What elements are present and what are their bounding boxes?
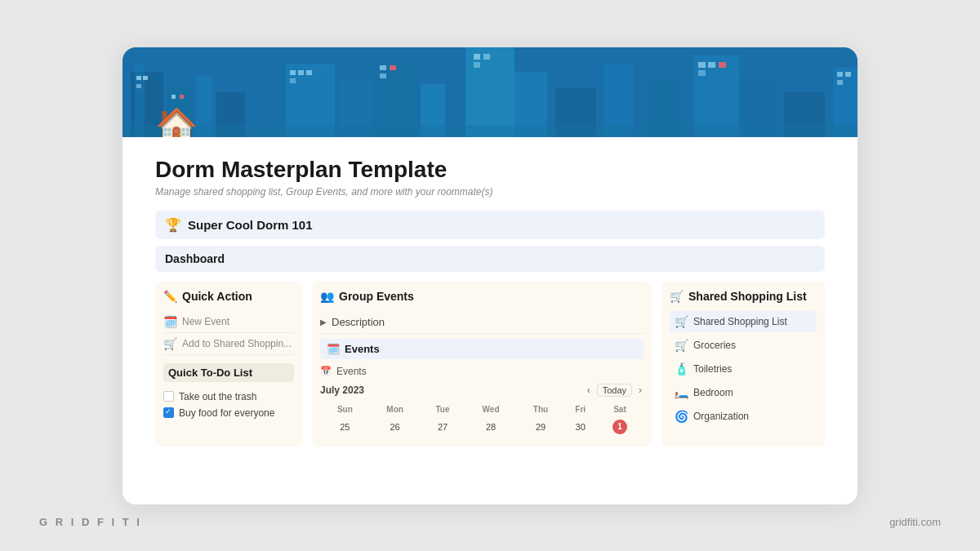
main-card: 🏠 Dorm Masterplan Template Manage shared… bbox=[122, 47, 858, 504]
page-subtitle: Manage shared shopping list, Group Event… bbox=[155, 186, 825, 198]
ss-item-1[interactable]: 🛒 Groceries bbox=[670, 335, 817, 356]
cal-cell-1[interactable]: 1 bbox=[598, 417, 642, 437]
page-title: Dorm Masterplan Template bbox=[155, 157, 825, 183]
quick-action-title: ✏️ Quick Action bbox=[163, 290, 294, 303]
ss-label-3: Bedroom bbox=[693, 387, 733, 398]
dorm-emoji: 🏆 bbox=[165, 217, 181, 233]
calendar-days-header: Sun Mon Tue Wed Thu Fri Sat bbox=[322, 403, 642, 415]
ss-icon-3: 🛏️ bbox=[675, 386, 688, 399]
add-shopping-action[interactable]: 🛒 Add to Shared Shoppin... bbox=[163, 333, 294, 355]
svg-rect-40 bbox=[837, 80, 843, 85]
svg-rect-35 bbox=[708, 62, 715, 68]
svg-rect-28 bbox=[380, 65, 386, 70]
quick-action-emoji: ✏️ bbox=[163, 290, 177, 303]
ge-events-label[interactable]: 🗓️ Events bbox=[320, 339, 644, 359]
todo-item-0[interactable]: Take out the trash bbox=[163, 389, 294, 405]
calendar-month: July 2023 bbox=[320, 384, 364, 396]
cal-day-thu: Thu bbox=[518, 403, 563, 415]
cal-cell-26[interactable]: 26 bbox=[370, 417, 421, 437]
calendar-prev-button[interactable]: ‹ bbox=[586, 384, 592, 396]
add-shopping-icon: 🛒 bbox=[163, 337, 177, 350]
cal-cell-29[interactable]: 29 bbox=[518, 417, 563, 437]
todo-checkbox-1[interactable] bbox=[163, 407, 174, 418]
svg-rect-22 bbox=[172, 95, 176, 99]
ss-label-2: Toiletries bbox=[693, 363, 732, 375]
cal-day-tue: Tue bbox=[421, 403, 463, 415]
calendar-view-row: 📅 Events bbox=[320, 366, 644, 377]
description-arrow-icon: ▶ bbox=[320, 318, 327, 327]
quick-todo-title: Quick To-Do List bbox=[163, 363, 294, 382]
svg-rect-33 bbox=[474, 62, 480, 68]
svg-rect-23 bbox=[180, 95, 184, 99]
svg-rect-10 bbox=[466, 47, 514, 137]
new-event-action[interactable]: 🗓️ New Event bbox=[163, 311, 294, 333]
ss-icon-2: 🧴 bbox=[675, 362, 688, 375]
calendar-view-icon: 📅 bbox=[320, 366, 332, 376]
svg-rect-24 bbox=[290, 70, 296, 75]
dorm-name: Super Cool Dorm 101 bbox=[188, 218, 313, 232]
three-col-layout: ✏️ Quick Action 🗓️ New Event 🛒 Add to Sh… bbox=[155, 282, 825, 447]
calendar-nav: ‹ Today › bbox=[586, 384, 644, 397]
group-events-emoji: 👥 bbox=[320, 290, 334, 303]
todo-checkbox-0[interactable] bbox=[163, 391, 174, 402]
dorm-section-bar: 🏆 Super Cool Dorm 101 bbox=[155, 211, 825, 239]
svg-rect-32 bbox=[483, 54, 490, 60]
branding-right: gridfiti.com bbox=[889, 516, 941, 528]
ss-icon-0: 🛒 bbox=[675, 315, 688, 328]
svg-rect-27 bbox=[290, 78, 296, 83]
hero-house-emoji: 🏠 bbox=[155, 109, 198, 137]
shared-shopping-emoji: 🛒 bbox=[670, 290, 684, 303]
group-events-title: 👥 Group Events bbox=[320, 290, 644, 303]
page-content: Dorm Masterplan Template Manage shared s… bbox=[122, 137, 858, 466]
svg-rect-26 bbox=[306, 70, 312, 75]
cal-cell-30[interactable]: 30 bbox=[565, 417, 596, 437]
svg-rect-19 bbox=[136, 76, 141, 80]
calendar-today-button[interactable]: Today bbox=[597, 384, 632, 397]
ss-item-3[interactable]: 🛏️ Bedroom bbox=[670, 382, 817, 403]
cal-cell-27[interactable]: 27 bbox=[421, 417, 463, 437]
svg-rect-31 bbox=[474, 54, 480, 60]
svg-rect-38 bbox=[837, 72, 843, 77]
outer-container: G R I D F I T I gridfiti.com bbox=[0, 0, 980, 551]
calendar-next-button[interactable]: › bbox=[637, 384, 644, 396]
svg-rect-37 bbox=[698, 70, 706, 76]
dashboard-bar: Dashboard bbox=[155, 246, 825, 272]
todo-label-0: Take out the trash bbox=[179, 391, 256, 402]
svg-rect-36 bbox=[719, 62, 726, 68]
dashboard-label: Dashboard bbox=[165, 252, 225, 265]
svg-rect-25 bbox=[298, 70, 304, 75]
cal-day-fri: Fri bbox=[565, 403, 596, 415]
cal-cell-25[interactable]: 25 bbox=[322, 417, 368, 437]
shared-shopping-column: 🛒 Shared Shopping List 🛒 Shared Shopping… bbox=[662, 282, 825, 447]
ss-item-0[interactable]: 🛒 Shared Shopping List bbox=[670, 311, 817, 332]
todo-item-1[interactable]: Buy food for everyone bbox=[163, 405, 294, 421]
description-label: Description bbox=[332, 316, 385, 328]
svg-rect-41 bbox=[122, 125, 858, 137]
calendar-grid: Sun Mon Tue Wed Thu Fri Sat 25 bbox=[320, 402, 644, 438]
ss-icon-1: 🛒 bbox=[675, 339, 688, 352]
cal-day-wed: Wed bbox=[466, 403, 517, 415]
new-event-label: New Event bbox=[182, 316, 229, 327]
cal-day-mon: Mon bbox=[370, 403, 421, 415]
cal-cell-28[interactable]: 28 bbox=[466, 417, 517, 437]
svg-rect-20 bbox=[143, 76, 148, 80]
add-shopping-label: Add to Shared Shoppin... bbox=[182, 338, 292, 349]
quick-todo-section: Quick To-Do List Take out the trash Buy … bbox=[163, 363, 294, 421]
ge-description[interactable]: ▶ Description bbox=[320, 311, 644, 334]
calendar-view-label: Events bbox=[336, 366, 367, 377]
svg-rect-21 bbox=[136, 84, 141, 88]
svg-rect-39 bbox=[845, 72, 851, 77]
events-icon: 🗓️ bbox=[327, 343, 340, 355]
ss-label-1: Groceries bbox=[693, 340, 736, 351]
cal-day-sat: Sat bbox=[598, 403, 642, 415]
ss-label-4: Organization bbox=[693, 411, 749, 422]
quick-action-column: ✏️ Quick Action 🗓️ New Event 🛒 Add to Sh… bbox=[155, 282, 302, 447]
events-label-text: Events bbox=[345, 343, 380, 355]
cal-day-sun: Sun bbox=[322, 403, 368, 415]
calendar-header: July 2023 ‹ Today › bbox=[320, 384, 644, 397]
city-skyline-svg bbox=[122, 47, 858, 137]
ss-item-4[interactable]: 🌀 Organization bbox=[670, 406, 817, 427]
svg-rect-34 bbox=[698, 62, 706, 68]
hero-banner: 🏠 bbox=[122, 47, 858, 137]
ss-item-2[interactable]: 🧴 Toiletries bbox=[670, 358, 817, 380]
